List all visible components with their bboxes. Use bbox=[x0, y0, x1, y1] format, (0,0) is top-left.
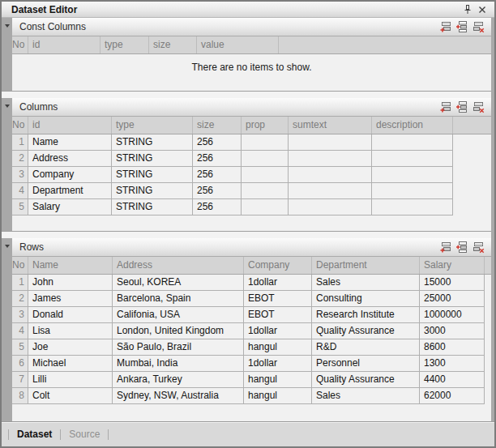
sumtext-cell[interactable] bbox=[289, 183, 372, 199]
tab-source[interactable]: Source bbox=[68, 427, 100, 442]
sumtext-cell[interactable] bbox=[289, 134, 372, 151]
column-header-company[interactable]: Company bbox=[244, 257, 312, 274]
address-cell[interactable]: Seoul, KOREA bbox=[113, 275, 244, 291]
column-header-address[interactable]: Address bbox=[113, 257, 244, 274]
column-header-name[interactable]: Name bbox=[28, 257, 113, 274]
sumtext-cell[interactable] bbox=[289, 151, 372, 167]
column-header-type[interactable]: type bbox=[100, 36, 149, 53]
department-cell[interactable]: Sales bbox=[312, 388, 420, 404]
prop-cell[interactable] bbox=[242, 183, 289, 199]
column-header-description[interactable]: description bbox=[372, 117, 453, 134]
name-cell[interactable]: Colt bbox=[28, 388, 113, 404]
delete-row-button[interactable] bbox=[470, 19, 486, 34]
salary-cell[interactable]: 1000000 bbox=[420, 307, 485, 323]
id-cell[interactable]: Department bbox=[28, 183, 112, 199]
department-cell[interactable]: Quality Assurance bbox=[312, 372, 420, 388]
size-cell[interactable]: 256 bbox=[193, 183, 242, 199]
prop-cell[interactable] bbox=[242, 134, 289, 151]
row-index-cell[interactable]: 8 bbox=[12, 388, 28, 404]
row-index-cell[interactable]: 2 bbox=[12, 151, 28, 167]
name-cell[interactable]: Joe bbox=[28, 339, 113, 356]
department-cell[interactable]: Quality Assurance bbox=[312, 323, 420, 339]
const-columns-collapse-button[interactable] bbox=[2, 21, 12, 31]
row-index-cell[interactable]: 4 bbox=[12, 183, 28, 199]
company-cell[interactable]: hangul bbox=[244, 372, 312, 388]
department-cell[interactable]: Consulting bbox=[312, 291, 420, 307]
row-index-cell[interactable]: 1 bbox=[12, 275, 28, 291]
company-cell[interactable]: 1dollar bbox=[244, 275, 312, 291]
salary-cell[interactable]: 62000 bbox=[420, 388, 485, 404]
type-cell[interactable]: STRING bbox=[112, 151, 193, 167]
column-header-value[interactable]: value bbox=[197, 36, 279, 53]
id-cell[interactable]: Salary bbox=[28, 199, 112, 215]
row-index-cell[interactable]: 6 bbox=[12, 356, 28, 372]
name-cell[interactable]: Donald bbox=[28, 307, 113, 323]
delete-row-button[interactable] bbox=[470, 240, 486, 254]
name-cell[interactable]: James bbox=[28, 291, 113, 307]
columns-collapse-button[interactable] bbox=[2, 101, 12, 111]
id-cell[interactable]: Name bbox=[28, 134, 112, 151]
company-cell[interactable]: EBOT bbox=[244, 307, 312, 323]
company-cell[interactable]: 1dollar bbox=[244, 356, 312, 372]
salary-cell[interactable]: 8600 bbox=[420, 339, 485, 356]
prop-cell[interactable] bbox=[242, 151, 289, 167]
delete-row-button[interactable] bbox=[470, 100, 486, 114]
description-cell[interactable] bbox=[372, 183, 453, 199]
address-cell[interactable]: Califonia, USA bbox=[113, 307, 244, 323]
address-cell[interactable]: São Paulo, Brazil bbox=[113, 339, 244, 356]
size-cell[interactable]: 256 bbox=[193, 199, 242, 215]
department-cell[interactable]: R&D bbox=[312, 339, 420, 356]
name-cell[interactable]: Lisa bbox=[28, 323, 113, 339]
add-row-button[interactable] bbox=[438, 19, 454, 34]
row-index-cell[interactable]: 3 bbox=[12, 167, 28, 183]
tab-dataset[interactable]: Dataset bbox=[16, 427, 53, 442]
type-cell[interactable]: STRING bbox=[112, 199, 193, 215]
description-cell[interactable] bbox=[372, 167, 453, 183]
column-header-no[interactable]: No bbox=[12, 36, 28, 53]
type-cell[interactable]: STRING bbox=[112, 183, 193, 199]
row-index-cell[interactable]: 7 bbox=[12, 372, 28, 388]
column-header-prop[interactable]: prop bbox=[242, 117, 289, 134]
column-header-department[interactable]: Department bbox=[312, 257, 420, 274]
company-cell[interactable]: hangul bbox=[244, 339, 312, 356]
row-index-cell[interactable]: 1 bbox=[12, 134, 28, 151]
column-header-no[interactable]: No bbox=[12, 257, 28, 274]
name-cell[interactable]: Lilli bbox=[28, 372, 113, 388]
column-header-id[interactable]: id bbox=[28, 36, 100, 53]
salary-cell[interactable]: 15000 bbox=[420, 275, 485, 291]
description-cell[interactable] bbox=[372, 199, 453, 215]
description-cell[interactable] bbox=[372, 151, 453, 167]
size-cell[interactable]: 256 bbox=[193, 151, 242, 167]
sumtext-cell[interactable] bbox=[289, 199, 372, 215]
type-cell[interactable]: STRING bbox=[112, 134, 193, 151]
column-header-sumtext[interactable]: sumtext bbox=[289, 117, 372, 134]
row-index-cell[interactable]: 2 bbox=[12, 291, 28, 307]
row-index-cell[interactable]: 5 bbox=[12, 339, 28, 356]
pin-button[interactable] bbox=[460, 3, 475, 16]
sumtext-cell[interactable] bbox=[289, 167, 372, 183]
insert-row-button[interactable] bbox=[454, 19, 470, 34]
address-cell[interactable]: Barcelona, Spain bbox=[113, 291, 244, 307]
id-cell[interactable]: Address bbox=[28, 151, 112, 167]
address-cell[interactable]: London, United Kingdom bbox=[113, 323, 244, 339]
row-index-cell[interactable]: 3 bbox=[12, 307, 28, 323]
column-header-no[interactable]: No bbox=[12, 117, 28, 134]
address-cell[interactable]: Sydney, NSW, Australia bbox=[113, 388, 244, 404]
type-cell[interactable]: STRING bbox=[112, 167, 193, 183]
salary-cell[interactable]: 4400 bbox=[420, 372, 485, 388]
column-header-id[interactable]: id bbox=[28, 117, 112, 134]
insert-row-button[interactable] bbox=[454, 240, 470, 254]
company-cell[interactable]: 1dollar bbox=[244, 323, 312, 339]
name-cell[interactable]: John bbox=[28, 275, 113, 291]
prop-cell[interactable] bbox=[242, 199, 289, 215]
description-cell[interactable] bbox=[372, 134, 453, 151]
department-cell[interactable]: Research Institute bbox=[312, 307, 420, 323]
prop-cell[interactable] bbox=[242, 167, 289, 183]
section-splitter[interactable] bbox=[2, 91, 494, 98]
address-cell[interactable]: Ankara, Turkey bbox=[113, 372, 244, 388]
salary-cell[interactable]: 1300 bbox=[420, 356, 485, 372]
add-row-button[interactable] bbox=[438, 100, 454, 114]
add-row-button[interactable] bbox=[438, 240, 454, 254]
company-cell[interactable]: EBOT bbox=[244, 291, 312, 307]
size-cell[interactable]: 256 bbox=[193, 134, 242, 151]
